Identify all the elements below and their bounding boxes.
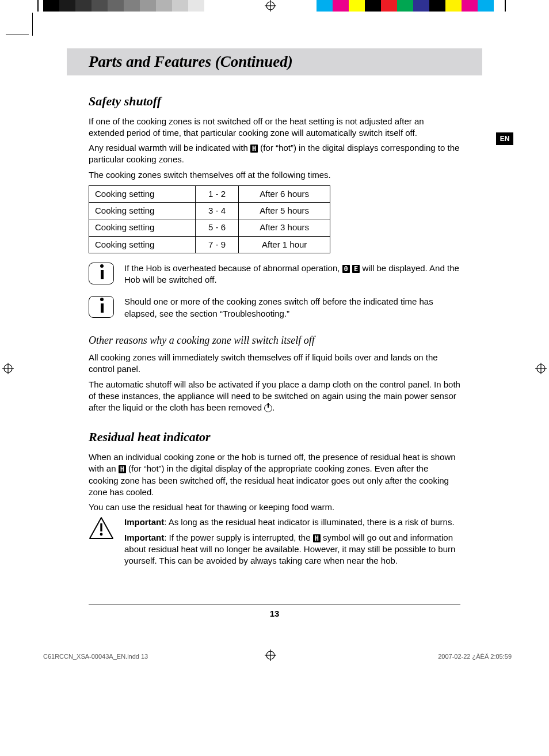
color-swatch: [317, 0, 333, 12]
gray-swatch: [172, 0, 188, 12]
power-symbol-icon: [264, 404, 272, 412]
para-other-1: All cooking zones will immediately switc…: [89, 352, 460, 375]
color-swatch: [349, 0, 365, 12]
warning-note: Important: As long as the residual heat …: [89, 516, 460, 570]
para-residual-2: You can use the residual heat for thawin…: [89, 502, 460, 513]
table-cell: 1 - 2: [195, 185, 239, 202]
color-swatch: [397, 0, 413, 12]
table-cell: 5 - 6: [195, 219, 239, 236]
color-swatch: [365, 0, 381, 12]
warning-2: Important: If the power supply is interr…: [124, 532, 460, 567]
table-cell: After 6 hours: [239, 185, 330, 202]
color-swatch: [429, 0, 445, 12]
table-cell: After 1 hour: [239, 236, 330, 253]
para-safety-3: The cooking zones switch themselves off …: [89, 169, 460, 181]
heading-residual-heat: Residual heat indicator: [89, 428, 460, 446]
gray-swatch: [75, 0, 92, 12]
table-cell: After 3 hours: [239, 219, 330, 236]
section-title: Parts and Features (Continued): [89, 53, 293, 70]
registration-mark-top-icon: [265, 0, 276, 12]
table-row: Cooking setting5 - 6After 3 hours: [89, 219, 330, 236]
warning-icon: [89, 516, 114, 540]
para-safety-1: If one of the cooking zones is not switc…: [89, 116, 460, 139]
trim-tick-right: [505, 0, 506, 12]
page-number: 13: [67, 609, 482, 641]
gray-swatch: [43, 0, 59, 12]
info-note-troubleshooting: Should one or more of the cooking zones …: [89, 296, 460, 320]
color-swatch: [462, 0, 478, 12]
table-cell: 7 - 9: [195, 236, 239, 253]
color-swatch: [478, 0, 494, 12]
prepress-top-bar: [0, 0, 549, 20]
table-cell: Cooking setting: [89, 203, 196, 219]
svg-point-11: [100, 533, 103, 536]
warning-1: Important: As long as the residual heat …: [124, 516, 460, 528]
table-cell: Cooking setting: [89, 236, 196, 253]
color-swatch: [413, 0, 429, 12]
color-swatch: [445, 0, 462, 12]
gray-swatch: [156, 0, 172, 12]
section-title-bar: Parts and Features (Continued): [67, 48, 482, 75]
para-residual-1: When an individual cooking zone or the h…: [89, 451, 460, 498]
table-row: Cooking setting7 - 9After 1 hour: [89, 236, 330, 253]
table-cell: Cooking setting: [89, 219, 196, 236]
color-swatch: [494, 0, 510, 12]
gray-swatch: [140, 0, 156, 12]
registration-mark-bottom-icon: [265, 649, 276, 661]
prepress-footer: C61RCCN_XSA-00043A_EN.indd 13 2007-02-22…: [0, 641, 549, 664]
color-swatch: [333, 0, 349, 12]
info-icon: [89, 263, 114, 284]
hot-symbol-icon: H: [250, 145, 258, 153]
overheat-symbol-1-icon: 0: [342, 265, 350, 273]
source-filename: C61RCCN_XSA-00043A_EN.indd 13: [43, 653, 148, 660]
gray-swatch: [204, 0, 220, 12]
gray-swatch: [59, 0, 75, 12]
info-icon: [89, 296, 114, 318]
grayscale-swatches: [43, 0, 220, 12]
source-datetime: 2007-02-22 ¿ÀÈÄ 2:05:59: [438, 653, 512, 660]
footer-rule: [89, 605, 460, 605]
color-swatches: [317, 0, 510, 12]
gray-swatch: [92, 0, 108, 12]
color-swatch: [381, 0, 397, 12]
overheat-symbol-2-icon: E: [352, 265, 360, 273]
hot-symbol-icon: H: [313, 534, 321, 542]
table-row: Cooking setting1 - 2After 6 hours: [89, 185, 330, 202]
para-other-2: The automatic shutoff will also be activ…: [89, 379, 460, 414]
shutoff-times-table: Cooking setting1 - 2After 6 hoursCooking…: [89, 185, 330, 253]
svg-rect-10: [100, 523, 102, 531]
trim-tick-left: [37, 0, 39, 12]
table-cell: 3 - 4: [195, 203, 239, 219]
heading-safety-shutoff: Safety shutoff: [89, 93, 460, 110]
table-cell: After 5 hours: [239, 203, 330, 219]
heading-other-reasons: Other reasons why a cooking zone will sw…: [89, 333, 460, 347]
hot-symbol-icon: H: [119, 465, 126, 473]
table-row: Cooking setting3 - 4After 5 hours: [89, 203, 330, 219]
info-note-overheat: If the Hob is overheated because of abno…: [89, 263, 460, 286]
table-cell: Cooking setting: [89, 185, 196, 202]
para-safety-2: Any residual warmth will be indicated wi…: [89, 142, 460, 166]
gray-swatch: [108, 0, 124, 12]
gray-swatch: [188, 0, 204, 12]
language-tab: EN: [496, 132, 513, 145]
page-content: Parts and Features (Continued) EN Safety…: [0, 20, 549, 641]
gray-swatch: [124, 0, 140, 12]
